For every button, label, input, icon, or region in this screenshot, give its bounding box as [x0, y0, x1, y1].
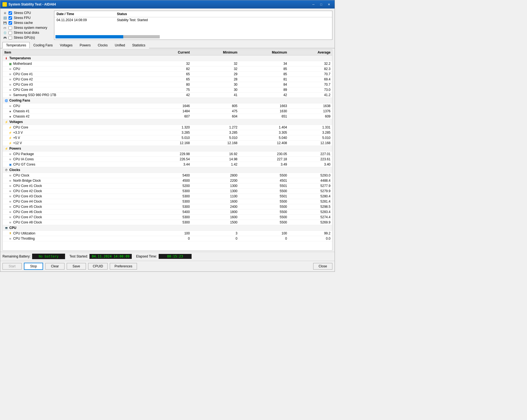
item-maximum: 0: [239, 236, 289, 241]
table-row: ≋ CPU Package 229.98 16.92 230.05 227.01: [3, 152, 332, 157]
maximize-button[interactable]: □: [318, 2, 325, 7]
item-name-cell: ≋ CPU Package: [3, 152, 151, 157]
tab-powers[interactable]: Powers: [76, 42, 94, 48]
tab-unified[interactable]: Unified: [111, 42, 128, 48]
item-name: CPU Utilization: [13, 231, 35, 235]
item-average: 1376: [289, 109, 332, 114]
item-minimum: 1300: [191, 183, 239, 189]
stress-memory-option[interactable]: 🗃 Stress system memory: [2, 26, 52, 30]
table-row: ▣ CPU GT Cores 3.44 1.42 3.49 3.40: [3, 162, 332, 167]
clear-button[interactable]: Clear: [45, 263, 65, 270]
data-table-container[interactable]: Item Current Minimum Maximum Average 🌡 T…: [2, 49, 332, 251]
stress-disks-option[interactable]: 💿 Stress local disks: [2, 30, 52, 35]
item-name-cell: ≋ CPU Throttling: [3, 236, 151, 241]
item-current: 12.168: [151, 141, 192, 146]
item-maximum: 5501: [239, 183, 289, 189]
item-current: 5200: [151, 183, 192, 189]
window-controls: ─ □ ✕: [310, 2, 332, 7]
test-started-value: 04.11.2024 14:08:09: [89, 254, 131, 259]
item-current: 5300: [151, 215, 192, 220]
item-current: 80: [151, 82, 192, 87]
item-average: 5274.4: [289, 215, 332, 220]
stress-fpu-checkbox[interactable]: [9, 16, 12, 20]
table-row: ≋ CPU Core #8 Clock 5300 1500 5500 5269.…: [3, 220, 332, 225]
close-button[interactable]: Close: [313, 263, 332, 270]
item-name-cell: ≋ CPU Core #7 Clock: [3, 215, 151, 220]
item-icon: ■: [8, 109, 12, 113]
stress-cache-checkbox[interactable]: [9, 21, 12, 25]
item-current: 82: [151, 66, 192, 72]
stress-memory-checkbox[interactable]: [9, 26, 12, 30]
table-row: ≋ CPU Clock 5400 2800 5500 5293.0: [3, 173, 332, 178]
elapsed-time-label: Elapsed Time:: [136, 254, 157, 258]
battery-label: Remaining Battery:: [2, 254, 30, 258]
item-name: CPU Clock: [13, 173, 29, 177]
tab-voltages[interactable]: Voltages: [56, 42, 76, 48]
stress-gpu-label: Stress GPU(s): [14, 36, 35, 40]
item-icon: ≋: [8, 173, 12, 177]
tab-clocks[interactable]: Clocks: [94, 42, 111, 48]
tab-cooling-fans[interactable]: Cooling Fans: [30, 42, 56, 48]
cpu-option-icon: 🖥: [3, 11, 7, 15]
item-name: CPU: [13, 67, 20, 71]
item-icon: ≋: [8, 200, 12, 203]
stress-cpu-option[interactable]: 🖥 Stress CPU: [2, 11, 52, 15]
start-button[interactable]: Start: [2, 263, 22, 270]
stress-cpu-checkbox[interactable]: [9, 11, 12, 15]
item-average: 3.40: [289, 162, 332, 167]
log-status-header: Status: [116, 12, 331, 16]
table-row: ≋ Samsung SSD 980 PRO 1TB 42 41 42 41.2: [3, 93, 332, 98]
item-icon: ≋: [8, 220, 12, 224]
section-name: Powers: [9, 147, 21, 150]
cpuid-button[interactable]: CPUID: [88, 263, 108, 270]
top-section: 🖥 Stress CPU 🔢 Stress FPU 💾 Stress cache: [0, 9, 335, 42]
item-icon: ≋: [8, 194, 12, 198]
preferences-button[interactable]: Preferences: [110, 263, 137, 270]
stress-cache-option[interactable]: 💾 Stress cache: [2, 21, 52, 25]
col-maximum: Maximum: [239, 50, 289, 55]
item-icon: ≋: [8, 184, 12, 188]
table-row: ≋ CPU Core #1 Clock 5200 1300 5501 5277.…: [3, 183, 332, 189]
item-name: CPU Core #3 Clock: [13, 194, 42, 198]
item-current: 229.98: [151, 152, 192, 157]
item-maximum: 4501: [239, 178, 289, 183]
tab-statistics[interactable]: Statistics: [129, 42, 149, 48]
item-name-cell: ≋ CPU Core #3: [3, 82, 151, 87]
table-row: ▦ Motherboard 32 32 34 32.2: [3, 61, 332, 66]
log-datetime-header: Date / Time: [55, 12, 116, 16]
item-name-cell: ≋ CPU Core #1 Clock: [3, 183, 151, 189]
stress-gpu-checkbox[interactable]: [9, 36, 12, 40]
close-window-button[interactable]: ✕: [325, 2, 332, 7]
item-icon: ≋: [8, 210, 12, 214]
main-window: ⚡ System Stability Test - AIDA64 ─ □ ✕ 🖥…: [0, 0, 335, 272]
item-name: CPU Core #7 Clock: [13, 215, 42, 219]
tab-temperatures[interactable]: Temperatures: [2, 42, 30, 48]
item-minimum: 1.272: [191, 125, 239, 130]
item-name: CPU Throttling: [13, 237, 35, 240]
item-icon: ≋: [8, 237, 12, 240]
item-name: CPU IA Cores: [13, 157, 34, 161]
item-name-cell: ≋ CPU Core #2: [3, 77, 151, 82]
log-progress-bar-container: [55, 35, 160, 38]
stress-gpu-option[interactable]: 🎮 Stress GPU(s): [2, 35, 52, 40]
table-row: ⚡ +5 V 5.010 5.010 5.040 5.010: [3, 135, 332, 141]
minimize-button[interactable]: ─: [310, 2, 317, 7]
item-current: 5400: [151, 209, 192, 215]
item-average: 5.010: [289, 135, 332, 141]
item-name: CPU Core #1: [13, 72, 33, 76]
item-minimum: 29: [191, 72, 239, 77]
item-icon: ≋: [8, 152, 12, 156]
cache-option-icon: 💾: [3, 21, 7, 25]
elapsed-time-status: Elapsed Time: 00:15:23: [136, 254, 192, 259]
item-name-cell: ≋ CPU Core #5 Clock: [3, 204, 151, 209]
section-name: Voltages: [9, 120, 23, 124]
table-row: ≋ CPU Throttling 0 0 0 0.0: [3, 236, 332, 241]
section-name: Temperatures: [9, 56, 31, 60]
save-button[interactable]: Save: [67, 263, 86, 270]
item-icon: ≋: [8, 189, 12, 193]
item-maximum: 651: [239, 114, 289, 119]
stress-fpu-option[interactable]: 🔢 Stress FPU: [2, 16, 52, 20]
item-name-cell: ▣ CPU GT Cores: [3, 162, 151, 167]
stop-button[interactable]: Stop: [24, 263, 43, 270]
stress-disks-checkbox[interactable]: [9, 31, 12, 35]
